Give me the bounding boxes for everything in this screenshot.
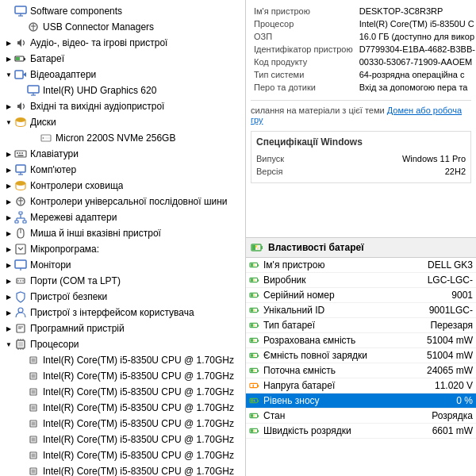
tree-item-user-devices[interactable]: ▶Пристрої з інтерфейсом користувача (0, 305, 245, 321)
svg-rect-38 (16, 244, 25, 254)
expand-arrow[interactable]: ▶ (5, 309, 13, 317)
expand-arrow[interactable]: ▶ (5, 277, 13, 285)
expand-arrow[interactable]: ▼ (5, 340, 13, 348)
battery-prop-name: Напруга батареї (263, 380, 335, 391)
tree-item-cpu7[interactable]: Intel(R) Core(TM) i5-8350U CPU @ 1.70GHz (0, 447, 245, 463)
svg-marker-133 (253, 429, 255, 432)
svg-rect-30 (19, 212, 22, 214)
expand-arrow[interactable]: ▶ (5, 39, 13, 47)
battery-property-row[interactable]: Напруга батареї 11.020 V (246, 378, 476, 393)
battery-property-row[interactable]: Унікальний ID 9001LGC- (246, 303, 476, 318)
tree-item-cpu1[interactable]: Intel(R) Core(TM) i5-8350U CPU @ 1.70GHz (0, 352, 245, 368)
tree-item-monitors[interactable]: ▶Монітори (0, 257, 245, 273)
info-row: Перо та дотикиВхід за допомогою пера та (251, 81, 476, 94)
tree-item-firmware[interactable]: ▶Мікропрограма: (0, 241, 245, 257)
tree-item-video-child[interactable]: Intel(R) UHD Graphics 620 (0, 83, 245, 98)
tree-item-label: Мікропрограма: (30, 244, 99, 255)
battery-properties-panel: Властивості батареї Ім'я пристрою DELL G… (246, 238, 476, 476)
battery-property-row[interactable]: Стан Розрядка (246, 409, 476, 424)
expand-arrow[interactable]: ▶ (5, 324, 13, 332)
svg-marker-97 (253, 294, 255, 297)
expand-arrow[interactable]: ▶ (5, 229, 13, 237)
battery-property-row[interactable]: Серійний номер 9001 (246, 288, 476, 303)
expand-arrow[interactable]: ▶ (5, 198, 13, 205)
info-row: ПроцесорIntel(R) Core(TM) i5-8350U C (251, 17, 476, 30)
storage2-icon (40, 132, 52, 144)
battery-property-row[interactable]: Рівень зносу 0 % (246, 393, 476, 409)
battery-property-row[interactable]: Швидкість розрядки 6601 mW (246, 424, 476, 439)
tree-item-program[interactable]: ▶Програмний пристрій (0, 321, 245, 336)
tree-item-label: Software components (30, 6, 122, 17)
tree-item-input[interactable]: ▶Вхідні та вихідні аудіопристрої (0, 98, 245, 114)
tree-item-mouse[interactable]: ▶Миша й інші вказівні пристрої (0, 225, 245, 241)
tree-item-cpu6[interactable]: Intel(R) Core(TM) i5-8350U CPU @ 1.70GHz (0, 432, 245, 447)
windows-value: Windows 11 Pro (402, 154, 466, 163)
svg-rect-66 (32, 422, 36, 426)
battery-property-row[interactable]: Розрахована ємність 51004 mW (246, 333, 476, 348)
svg-rect-108 (251, 339, 254, 342)
cpu-icon (27, 465, 40, 476)
svg-marker-101 (253, 309, 255, 312)
info-label: Код продукту (251, 56, 356, 68)
device-info-panel: Ім'я пристроюDESKTOP-3C8R3RPПроцесорInte… (246, 0, 476, 238)
tree-item-ports[interactable]: ▶Порти (COM та LPT) (0, 273, 245, 289)
expand-arrow[interactable]: ▼ (5, 118, 13, 126)
battery-property-row[interactable]: Виробник LGC-LGC- (246, 273, 476, 288)
expand-arrow[interactable]: ▼ (5, 71, 13, 79)
tree-item-disks[interactable]: ▼Диски (0, 114, 245, 130)
battery-row-icon (249, 335, 260, 346)
tree-item-audio[interactable]: ▶Аудіо-, відео- та ігрові пристрої (0, 35, 245, 51)
battery-title: Властивості батареї (268, 242, 364, 253)
expand-arrow[interactable]: ▶ (5, 261, 13, 269)
tree-item-cpu3[interactable]: Intel(R) Core(TM) i5-8350U CPU @ 1.70GHz (0, 384, 245, 400)
tree-item-label: Intel(R) Core(TM) i5-8350U CPU @ 1.70GHz (43, 434, 234, 445)
svg-rect-70 (32, 454, 36, 458)
svg-rect-18 (15, 151, 26, 157)
tree-item-cpu4[interactable]: Intel(R) Core(TM) i5-8350U CPU @ 1.70GHz (0, 400, 245, 416)
tree-item-storage-ctrl[interactable]: ▶Контролери сховища (0, 178, 245, 194)
expand-arrow[interactable]: ▶ (5, 102, 13, 110)
battery-row-label: Ємність повної зарядки (249, 350, 409, 361)
expand-arrow[interactable]: ▶ (5, 213, 13, 221)
expand-arrow[interactable]: ▶ (5, 293, 13, 301)
expand-arrow[interactable]: ▶ (5, 245, 13, 253)
svg-rect-128 (251, 414, 254, 417)
tree-item-cpu2[interactable]: Intel(R) Core(TM) i5-8350U CPU @ 1.70GHz (0, 368, 245, 384)
battery-prop-value: 0 % (409, 395, 473, 406)
info-label: ОЗП (251, 30, 356, 43)
tree-item-security[interactable]: ▶Пристрої безпеки (0, 289, 245, 305)
expand-arrow[interactable]: ▶ (5, 150, 13, 158)
tree-item-keyboards[interactable]: ▶Клавіатури (0, 146, 245, 162)
svg-rect-92 (251, 278, 254, 282)
svg-rect-8 (16, 57, 20, 60)
tree-item-battery[interactable]: ▶Батареї (0, 51, 245, 67)
tree-item-computer[interactable]: ▶Комп'ютер (0, 162, 245, 178)
svg-marker-113 (253, 354, 255, 357)
svg-rect-88 (251, 263, 254, 267)
svg-rect-7 (24, 58, 25, 60)
battery-property-row[interactable]: Тип батареї Перезаря (246, 318, 476, 333)
tree-item-serial-ctrl[interactable]: ▶Контролери універсальної послідовної ши… (0, 194, 245, 209)
monitor-icon (27, 84, 40, 97)
cpu-icon (27, 401, 40, 414)
tree-item-processors[interactable]: ▼Процесори (0, 336, 245, 352)
svg-rect-31 (15, 221, 18, 223)
tree-item-network[interactable]: ▶Мережеві адаптери (0, 209, 245, 225)
windows-value: 22H2 (445, 167, 466, 176)
tree-item-software[interactable]: Software components (0, 3, 245, 19)
ports-icon (14, 274, 27, 287)
battery-property-row[interactable]: Поточна ємність 24065 mW (246, 363, 476, 378)
audio-icon (14, 36, 27, 49)
battery-property-row[interactable]: Ім'я пристрою DELL GK3 (246, 258, 476, 273)
tree-item-disk-child[interactable]: Micron 2200S NVMe 256GB (0, 130, 245, 146)
expand-arrow[interactable]: ▶ (5, 55, 13, 63)
svg-rect-68 (32, 438, 36, 442)
tree-item-cpu5[interactable]: Intel(R) Core(TM) i5-8350U CPU @ 1.70GHz (0, 416, 245, 432)
tree-item-video[interactable]: ▼Відеоадаптери (0, 67, 245, 83)
expand-arrow[interactable]: ▶ (5, 166, 13, 174)
battery-property-row[interactable]: Ємність повної зарядки 51004 mW (246, 348, 476, 363)
tree-item-usb[interactable]: USB Connector Managers (0, 19, 245, 35)
expand-arrow[interactable]: ▶ (5, 182, 13, 190)
tree-item-label: Процесори (30, 339, 79, 350)
tree-item-cpu8[interactable]: Intel(R) Core(TM) i5-8350U CPU @ 1.70GHz (0, 463, 245, 476)
